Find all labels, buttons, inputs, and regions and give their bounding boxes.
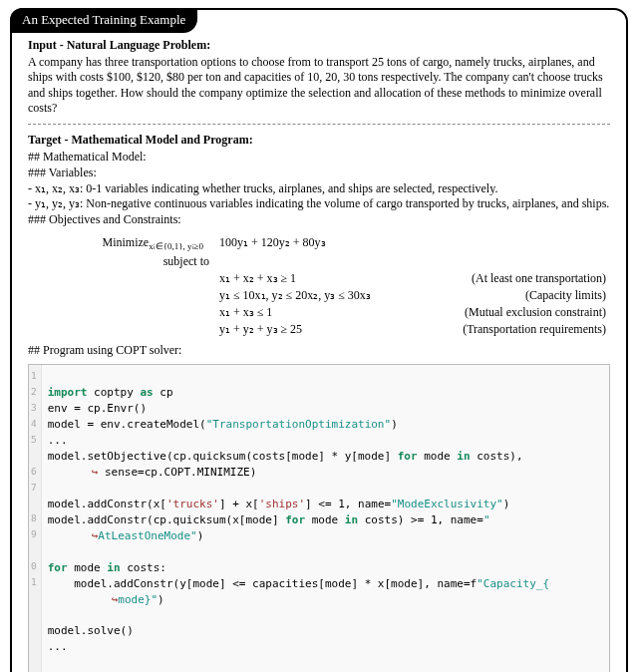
divider bbox=[28, 124, 610, 125]
program-heading: ## Program using COPT solver: bbox=[28, 343, 610, 359]
code-line-9-cont: ↪mode}") bbox=[48, 592, 603, 608]
code-line-7-cont: ↪AtLeastOneMode") bbox=[48, 528, 603, 544]
code-line-3: model = env.createModel("TransportationO… bbox=[48, 418, 398, 431]
code-line-1: import coptpy as cp bbox=[48, 386, 173, 399]
line-gutter: 1 2 3 4 5 6 7 8 9 0 1 bbox=[29, 365, 42, 672]
code-line-10: model.solve() bbox=[48, 624, 134, 637]
subject-to: subject to bbox=[60, 254, 219, 269]
input-text: A company has three transportation optio… bbox=[28, 55, 610, 116]
c3-tag: (Mutual exclusion constraint) bbox=[441, 305, 610, 320]
code-line-2: env = cp.Envr() bbox=[48, 402, 147, 415]
code-block: 1 2 3 4 5 6 7 8 9 0 1 import coptpy as c… bbox=[28, 364, 610, 672]
objective-expr: 100y₁ + 120y₂ + 80y₃ bbox=[219, 235, 441, 250]
code-line-11: ... bbox=[48, 640, 68, 653]
c1-tag: (At least one transportation) bbox=[441, 271, 610, 286]
objectives-heading: ### Objectives and Constraints: bbox=[28, 212, 610, 228]
math-block: Minimizexᵢ∈{0,1}, yᵢ≥0 100y₁ + 120y₂ + 8… bbox=[60, 235, 610, 336]
model-heading: ## Mathematical Model: bbox=[28, 150, 610, 166]
code-line-8: for mode in costs: bbox=[48, 561, 166, 574]
target-heading: Target - Mathematical Model and Program: bbox=[28, 133, 610, 148]
code-line-7: model.addConstr(cp.quicksum(x[mode] for … bbox=[48, 513, 490, 526]
input-heading: Input - Natural Language Problem: bbox=[28, 38, 610, 53]
example-card: An Expected Training Example Input - Nat… bbox=[10, 8, 628, 672]
code-line-5: model.setObjective(cp.quicksum(costs[mod… bbox=[48, 450, 523, 463]
c3-expr: x₁ + x₃ ≤ 1 bbox=[219, 305, 441, 320]
c2-expr: y₁ ≤ 10x₁, y₂ ≤ 20x₂, y₃ ≤ 30x₃ bbox=[219, 288, 441, 303]
minimize-sub: xᵢ∈{0,1}, yᵢ≥0 bbox=[149, 242, 203, 252]
c4-expr: y₁ + y₂ + y₃ ≥ 25 bbox=[219, 322, 441, 337]
code-content: import coptpy as cp env = cp.Envr() mode… bbox=[42, 365, 609, 672]
var1: - x₁, x₂, x₃: 0-1 variables indicating w… bbox=[28, 181, 610, 197]
c2-tag: (Capacity limits) bbox=[441, 288, 610, 303]
vars-heading: ### Variables: bbox=[28, 166, 610, 181]
card-tab: An Expected Training Example bbox=[10, 8, 197, 33]
code-line-4: ... bbox=[48, 434, 68, 447]
c1-expr: x₁ + x₂ + x₃ ≥ 1 bbox=[219, 271, 441, 286]
minimize-label: Minimize bbox=[102, 235, 149, 249]
code-line-9: model.addConstr(y[mode] <= capacities[mo… bbox=[48, 577, 549, 590]
var2: - y₁, y₂, y₃: Non-negative continuous va… bbox=[28, 196, 610, 212]
variable-list: - x₁, x₂, x₃: 0-1 variables indicating w… bbox=[28, 181, 610, 212]
c4-tag: (Transportation requirements) bbox=[441, 322, 610, 337]
code-line-5-cont: ↪ sense=cp.COPT.MINIMIZE) bbox=[48, 465, 603, 481]
code-line-6: model.addConstr(x['trucks'] + x['ships']… bbox=[48, 498, 510, 510]
